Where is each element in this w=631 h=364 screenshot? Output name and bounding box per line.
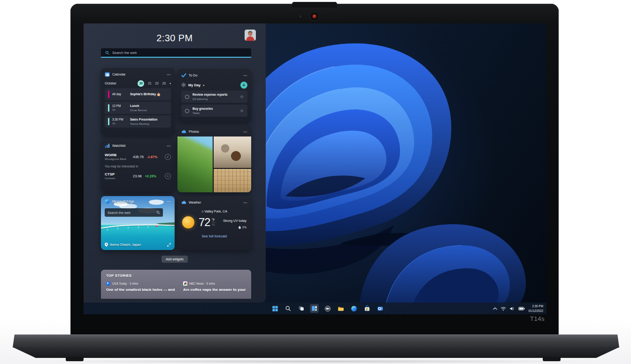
- widgets-panel: 2:30 PM: [84, 23, 266, 303]
- widgets-button[interactable]: [310, 304, 319, 313]
- event-subtitle: Teams Meeting: [130, 122, 157, 126]
- calendar-date-strip: 20 21 22 23 ▾: [138, 80, 171, 87]
- calendar-month: October: [105, 82, 116, 85]
- add-widgets-button[interactable]: Add widgets: [162, 256, 188, 263]
- photos-widget[interactable]: Photos •••: [177, 126, 251, 192]
- stock-name: Contoso: [105, 177, 133, 180]
- usa-today-icon: [106, 281, 110, 286]
- panel-clock: 2:30 PM: [84, 33, 266, 44]
- webcam-icon: [310, 12, 319, 21]
- more-options-icon[interactable]: •••: [244, 130, 247, 133]
- weather-temperature: 72: [199, 216, 210, 229]
- todo-list-selector[interactable]: My Day ▾ +: [181, 81, 247, 89]
- calendar-date[interactable]: 23: [162, 82, 166, 85]
- precipitation-value: 0%: [242, 226, 246, 229]
- story-headline: One of the smallest black holes — and: [106, 288, 174, 292]
- add-task-button[interactable]: +: [240, 82, 247, 89]
- tray-chevron-up-icon[interactable]: [493, 307, 497, 310]
- calendar-widget[interactable]: Calendar ••• October 20 21 22 23 ▾ All d…: [101, 68, 175, 136]
- unit-toggle[interactable]: °F °C: [212, 218, 215, 226]
- tray-clock[interactable]: 2:30 PM 01/12/2022: [528, 304, 543, 313]
- todo-list-name: My Day: [188, 83, 200, 87]
- search-input[interactable]: [112, 51, 247, 55]
- laptop-base-front: [13, 347, 619, 358]
- calendar-event[interactable]: All day Sophia's Birthday 🎂: [105, 88, 171, 100]
- stock-change: +2.23%: [145, 174, 156, 178]
- more-options-icon[interactable]: •••: [167, 73, 171, 76]
- microsoft-store-button[interactable]: [362, 304, 371, 313]
- chevron-down-icon[interactable]: ▾: [169, 82, 171, 85]
- photo-tool-wall[interactable]: [214, 169, 251, 192]
- search-icon: [156, 211, 160, 214]
- stock-add-button[interactable]: +: [165, 173, 171, 179]
- edge-browser-button[interactable]: [349, 304, 358, 313]
- microphone-hole: [300, 15, 301, 17]
- star-icon[interactable]: ☆: [240, 94, 244, 99]
- volume-icon[interactable]: [509, 306, 515, 311]
- more-options-icon[interactable]: •••: [244, 74, 247, 77]
- unit-fahrenheit[interactable]: °F: [212, 218, 215, 222]
- floor-shadow: [33, 359, 601, 364]
- chat-button[interactable]: [323, 304, 332, 313]
- task-subtitle: Tasks: [192, 111, 213, 115]
- event-time: 12 PM: [112, 104, 127, 108]
- photo-green-building[interactable]: [177, 136, 213, 192]
- start-button[interactable]: [270, 304, 279, 313]
- battery-icon[interactable]: [518, 307, 525, 311]
- calendar-date-selected[interactable]: 20: [138, 80, 144, 87]
- more-options-icon[interactable]: •••: [167, 144, 171, 147]
- news-story[interactable]: USA Today · 3 mins One of the smallest b…: [106, 281, 174, 292]
- weather-precipitation: 0%: [223, 226, 246, 229]
- star-icon[interactable]: ☆: [240, 108, 244, 113]
- user-avatar[interactable]: [245, 30, 256, 41]
- expand-icon[interactable]: [167, 243, 171, 247]
- photo-collage[interactable]: [177, 136, 251, 192]
- task-row[interactable]: Review expense reports Q4 planning ☆: [181, 91, 247, 103]
- task-checkbox[interactable]: [185, 109, 189, 113]
- stock-row[interactable]: WGRB Woodgrove Bank 435.75 -1.67% ✓: [105, 153, 171, 160]
- weather-location-text: Valley Park, CA: [204, 210, 227, 213]
- story-headline: Are coffee naps the answer to your: [183, 288, 246, 292]
- avatar-photo: [245, 30, 256, 41]
- news-story[interactable]: NBC News · 5 mins Are coffee naps the an…: [183, 281, 246, 292]
- wifi-icon[interactable]: [500, 306, 506, 311]
- panel-search-bar[interactable]: [101, 48, 251, 58]
- task-subtitle: Q4 planning: [192, 97, 227, 101]
- top-stories-card[interactable]: TOP STORIES USA Today · 3 mins One of th…: [101, 270, 251, 299]
- calendar-date[interactable]: 21: [148, 82, 151, 85]
- camera-notch: [292, 2, 337, 8]
- edge-search-input[interactable]: [108, 211, 154, 214]
- calendar-event[interactable]: 3:30 PM 1h Sales Presentation Teams Meet…: [105, 115, 171, 128]
- weather-location: ⌂ Valley Park, CA: [181, 210, 247, 213]
- stock-price: 435.75: [133, 155, 144, 159]
- see-full-forecast-link[interactable]: See full forecast: [181, 234, 247, 238]
- task-view-button[interactable]: [297, 304, 306, 313]
- edge-search-bar[interactable]: [105, 208, 163, 217]
- stock-added-button[interactable]: ✓: [165, 154, 171, 160]
- taskbar-search-button[interactable]: [284, 304, 292, 313]
- file-explorer-button[interactable]: [336, 304, 345, 313]
- edge-widget-title: Microsoft Edge: [112, 200, 134, 203]
- photo-workshop[interactable]: [214, 136, 251, 168]
- watchlist-widget[interactable]: Watchlist ••• WGRB Woodgrove Bank 435.75…: [101, 139, 175, 192]
- outlook-button[interactable]: [376, 304, 385, 313]
- story-source: USA Today · 3 mins: [112, 282, 138, 285]
- unit-celsius[interactable]: °C: [212, 222, 215, 226]
- calendar-event[interactable]: 12 PM 1h Lunch Omar Bennet: [105, 102, 171, 114]
- tray-date: 01/12/2022: [528, 309, 543, 312]
- event-title: Lunch: [130, 104, 147, 108]
- model-label: T14s: [530, 315, 545, 322]
- task-checkbox[interactable]: [185, 95, 189, 99]
- watchlist-title: Watchlist: [112, 144, 125, 147]
- task-row[interactable]: Buy groceries Tasks ☆: [181, 105, 247, 117]
- more-options-icon[interactable]: •••: [244, 201, 247, 204]
- stock-row[interactable]: CTSP Contoso 23.98 +2.23% +: [105, 172, 171, 180]
- watchlist-suggestion-label: You may be interested in: [105, 165, 171, 168]
- todo-widget[interactable]: To Do ••• My Day ▾ +: [177, 69, 251, 122]
- photos-title: Photos: [189, 130, 199, 133]
- nbc-news-icon: [183, 281, 187, 286]
- edge-widget[interactable]: Microsoft Edge ••• Ikema Ohashi, Japa: [101, 196, 175, 250]
- weather-widget[interactable]: Weather ••• ⌂ Valley Park, CA 72 °F °C S…: [177, 196, 251, 250]
- calendar-date[interactable]: 22: [155, 82, 159, 85]
- more-options-icon[interactable]: •••: [167, 200, 171, 203]
